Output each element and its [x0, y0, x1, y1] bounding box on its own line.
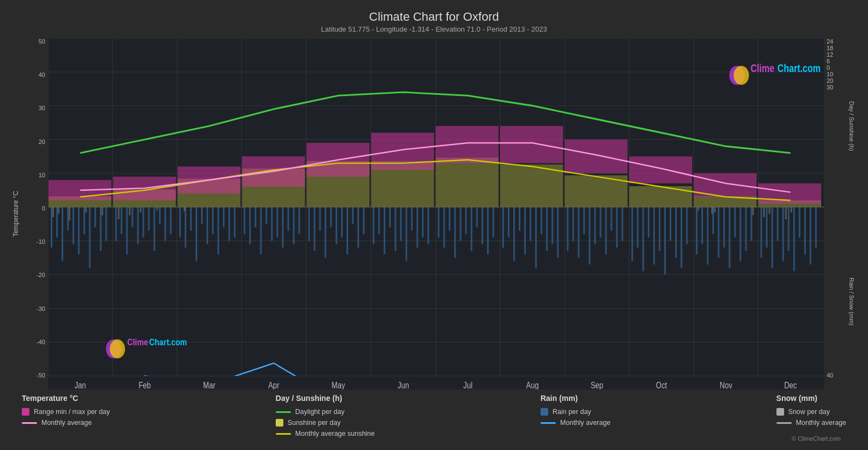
svg-text:Mar: Mar — [203, 380, 216, 389]
svg-rect-53 — [201, 207, 203, 224]
svg-rect-183 — [435, 158, 498, 207]
svg-point-202 — [110, 339, 125, 358]
svg-rect-47 — [165, 207, 166, 241]
y-tick--30: -30 — [37, 305, 45, 312]
svg-rect-124 — [616, 207, 618, 248]
svg-rect-147 — [751, 207, 752, 241]
svg-rect-130 — [653, 207, 655, 265]
legend-rain-avg-label: Monthly average — [560, 419, 610, 427]
y-tick--10: -10 — [37, 238, 45, 245]
svg-rect-154 — [793, 207, 795, 272]
legend-snow-avg: Monthly average — [776, 419, 846, 427]
legend-temp-range-bar — [22, 408, 29, 416]
svg-rect-151 — [777, 207, 779, 241]
svg-rect-128 — [642, 207, 644, 272]
svg-rect-172 — [752, 207, 754, 215]
svg-rect-164 — [118, 207, 119, 219]
svg-rect-102 — [487, 207, 489, 255]
svg-rect-112 — [546, 207, 548, 251]
svg-rect-174 — [769, 207, 770, 214]
svg-rect-85 — [389, 207, 391, 227]
svg-rect-91 — [422, 207, 423, 238]
svg-rect-99 — [471, 207, 472, 251]
svg-rect-121 — [600, 207, 602, 238]
svg-rect-184 — [500, 165, 563, 207]
svg-rect-93 — [438, 207, 440, 238]
svg-rect-175 — [785, 207, 787, 219]
legend-sunshine-avg-label: Monthly average sunshine — [295, 430, 375, 437]
svg-rect-117 — [578, 207, 579, 258]
copyright: © ClimeChart.com — [776, 435, 846, 442]
svg-rect-39 — [120, 207, 122, 235]
chart-main: Clime Chart.com Clime Chart.com Jan Feb — [48, 38, 824, 389]
chart-title: Climate Chart for Oxford — [11, 10, 857, 24]
svg-rect-87 — [400, 207, 402, 241]
svg-rect-129 — [648, 207, 650, 238]
y-tick-20: 20 — [39, 139, 45, 145]
svg-rect-139 — [707, 207, 708, 265]
svg-text:Oct: Oct — [656, 380, 667, 389]
svg-rect-157 — [810, 207, 811, 265]
svg-rect-62 — [254, 207, 256, 227]
svg-rect-29 — [62, 207, 63, 261]
svg-rect-197 — [564, 140, 627, 173]
svg-rect-132 — [664, 207, 666, 275]
svg-rect-126 — [632, 207, 633, 261]
legend-sunshine: Day / Sunshine (h) Daylight per day Suns… — [276, 394, 375, 442]
svg-rect-143 — [729, 207, 730, 268]
svg-rect-173 — [763, 207, 765, 218]
svg-rect-84 — [384, 207, 385, 255]
svg-rect-44 — [148, 207, 150, 231]
svg-rect-49 — [179, 207, 181, 238]
legend-temp-avg-label: Monthly average — [41, 419, 92, 427]
svg-rect-37 — [105, 207, 107, 241]
svg-rect-42 — [137, 207, 139, 244]
svg-rect-153 — [788, 207, 790, 251]
svg-rect-168 — [184, 207, 185, 211]
svg-rect-27 — [51, 207, 52, 248]
svg-rect-104 — [502, 207, 504, 248]
svg-rect-158 — [815, 207, 817, 248]
svg-rect-34 — [89, 207, 90, 268]
svg-rect-55 — [212, 207, 214, 235]
svg-rect-186 — [629, 186, 692, 207]
svg-rect-127 — [637, 207, 639, 248]
svg-rect-54 — [207, 207, 208, 244]
legend-temp-title: Temperature °C — [22, 394, 110, 403]
svg-text:May: May — [332, 380, 345, 389]
legend-sunshine-bar-item: Sunshine per day — [276, 419, 375, 427]
svg-rect-69 — [293, 207, 295, 244]
svg-rect-90 — [416, 207, 418, 248]
y-tick-50: 50 — [39, 38, 45, 45]
svg-rect-156 — [804, 207, 806, 255]
svg-rect-123 — [611, 207, 612, 231]
svg-rect-33 — [83, 207, 85, 235]
chart-area: Temperature °C 50403020100-10-20-30-40-5… — [11, 38, 857, 389]
svg-rect-72 — [314, 207, 315, 251]
svg-rect-38 — [115, 207, 117, 241]
svg-text:Nov: Nov — [720, 380, 733, 389]
svg-rect-98 — [465, 207, 467, 235]
svg-rect-141 — [718, 207, 719, 258]
svg-rect-119 — [588, 207, 590, 265]
svg-rect-43 — [143, 207, 144, 238]
svg-rect-46 — [159, 207, 161, 224]
legend-snow-bar — [776, 408, 784, 416]
svg-rect-48 — [170, 207, 172, 235]
svg-rect-74 — [325, 207, 326, 258]
svg-rect-110 — [535, 207, 537, 268]
svg-rect-142 — [723, 207, 725, 248]
svg-rect-76 — [336, 207, 337, 244]
svg-rect-45 — [154, 207, 155, 251]
y-axis-right-top-label: Day / Sunshine (h) — [848, 101, 855, 151]
chart-subtitle: Latitude 51.775 - Longitude -1.314 - Ele… — [11, 25, 857, 33]
svg-rect-148 — [761, 207, 762, 258]
svg-text:Jan: Jan — [75, 380, 86, 389]
svg-rect-149 — [766, 207, 768, 248]
svg-rect-136 — [686, 207, 688, 244]
svg-rect-95 — [449, 207, 451, 231]
svg-rect-70 — [299, 207, 300, 235]
legend-sunshine-title: Day / Sunshine (h) — [276, 394, 375, 403]
svg-rect-83 — [378, 207, 380, 235]
svg-rect-50 — [185, 207, 186, 248]
